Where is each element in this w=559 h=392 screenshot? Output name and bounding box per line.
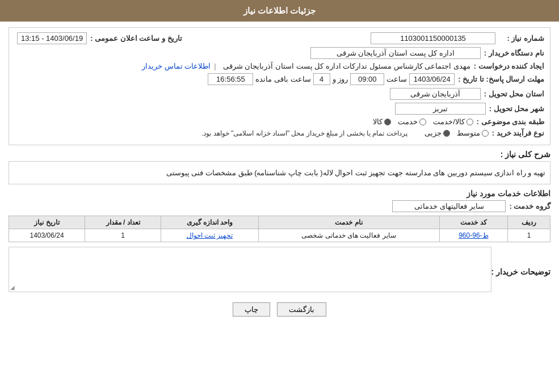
radio-mottavaset-icon bbox=[482, 130, 489, 137]
row-buyer-org: نام دستگاه خریدار : اداره کل پست استان آ… bbox=[15, 47, 544, 59]
announce-label: تاریخ و ساعت اعلان عمومی : bbox=[90, 34, 182, 43]
radio-jozii-icon bbox=[443, 130, 450, 137]
subject-option-kala-khedmat: کالا/خدمت bbox=[433, 117, 473, 126]
subject-kala-label: کالا bbox=[373, 117, 383, 126]
row-description-label: شرح کلی نیاز : bbox=[9, 150, 550, 159]
remaining-time: 16:56:55 bbox=[208, 73, 253, 85]
col-header-name: نام خدمت bbox=[258, 216, 439, 229]
col-header-row: ردیف bbox=[508, 216, 550, 229]
subject-option-kala: کالا bbox=[373, 117, 391, 126]
delivery-province-label: استان محل تحویل : bbox=[484, 90, 544, 98]
buyer-notes-box: ◢ bbox=[9, 247, 491, 292]
purchase-radio-group: متوسط جزیی bbox=[424, 129, 489, 137]
creator-label: ایجاد کننده درخواست : bbox=[474, 62, 544, 70]
table-cell-quantity: 1 bbox=[85, 229, 161, 242]
radio-khedmat-icon bbox=[419, 119, 426, 125]
main-info-block: شماره نیاز : 1103001150000135 تاریخ و سا… bbox=[9, 27, 550, 145]
services-section: اطلاعات خدمات مورد نیاز گروه خدمت : سایر… bbox=[9, 189, 550, 242]
row-purchase-type: نوع فرآیند خرید : متوسط جزیی پرداخت تمام… bbox=[15, 129, 544, 137]
table-cell-date: 1403/06/24 bbox=[9, 229, 85, 242]
back-button[interactable]: بازگشت bbox=[277, 302, 326, 317]
description-box: تهیه و راه اندازی سیستم دوربین های مدارس… bbox=[9, 161, 550, 184]
row-delivery-province: استان محل تحویل : آذربایجان شرقی bbox=[15, 88, 544, 100]
row-response-deadline: مهلت ارسال پاسخ: تا تاریخ : 1403/06/24 س… bbox=[15, 73, 544, 85]
description-label: شرح کلی نیاز : bbox=[501, 150, 550, 159]
bottom-buttons: بازگشت چاپ bbox=[9, 302, 550, 317]
col-header-code: کد خدمت bbox=[439, 216, 508, 229]
delivery-city-value: تبریز bbox=[395, 103, 486, 115]
page-title: جزئیات اطلاعات نیاز bbox=[243, 6, 316, 15]
buyer-notes-label: توضیحات خریدار : bbox=[491, 267, 550, 276]
purchase-jozii-label: جزیی bbox=[424, 129, 442, 137]
page-header: جزئیات اطلاعات نیاز bbox=[0, 0, 559, 22]
response-days: 4 bbox=[313, 73, 330, 85]
purchase-option-jozii: جزیی bbox=[424, 129, 450, 137]
radio-kala-khedmat-icon bbox=[466, 119, 473, 125]
subject-kala-khedmat-label: کالا/خدمت bbox=[433, 117, 465, 126]
purchase-type-label: نوع فرآیند خرید : bbox=[492, 129, 544, 137]
response-time: 09:00 bbox=[350, 73, 384, 85]
radio-kala-icon bbox=[384, 119, 391, 125]
contact-link[interactable]: اطلاعات تماس خریدار bbox=[142, 62, 211, 70]
buyer-org-value: اداره کل پست استان آذربایجان شرقی bbox=[310, 47, 481, 59]
description-value: تهیه و راه اندازی سیستم دوربین های مدارس… bbox=[166, 168, 545, 177]
response-time-label: ساعت bbox=[386, 75, 407, 83]
response-days-label: روز و bbox=[333, 75, 348, 83]
delivery-city-label: شهر محل تحویل : bbox=[489, 104, 544, 113]
services-title: اطلاعات خدمات مورد نیاز bbox=[9, 189, 550, 198]
row-delivery-city: شهر محل تحویل : تبریز bbox=[15, 103, 544, 115]
remaining-label: ساعت باقی مانده bbox=[255, 75, 310, 83]
print-button[interactable]: چاپ bbox=[233, 302, 270, 317]
service-group-value: سایر فعالیتهای خدماتی bbox=[392, 200, 506, 212]
table-cell-code[interactable]: ط-96-960 bbox=[459, 231, 488, 239]
purchase-mottavaset-label: متوسط bbox=[457, 129, 480, 137]
row-need-number: شماره نیاز : 1103001150000135 تاریخ و سا… bbox=[15, 32, 544, 44]
table-header: ردیف کد خدمت نام خدمت واحد اندازه گیری ت… bbox=[9, 216, 550, 229]
resize-icon: ◢ bbox=[10, 284, 15, 290]
row-creator: ایجاد کننده درخواست : مهدی اجتماعی کارشن… bbox=[15, 62, 544, 70]
col-header-qty: تعداد / مقدار bbox=[85, 216, 161, 229]
purchase-option-mottavaset: متوسط bbox=[457, 129, 489, 137]
table-cell-name: سایر فعالیت های خدماتی شخصی bbox=[258, 229, 439, 242]
delivery-province-value: آذربایجان شرقی bbox=[390, 88, 481, 100]
table-cell-row: 1 bbox=[508, 229, 550, 242]
purchase-note: پرداخت تمام یا بخشی از مبلغ خریداز محل "… bbox=[201, 129, 407, 137]
table-body: 1ط-96-960سایر فعالیت های خدماتی شخصیتجهی… bbox=[9, 229, 550, 242]
col-header-unit: واحد اندازه گیری bbox=[161, 216, 259, 229]
buyer-org-label: نام دستگاه خریدار : bbox=[484, 49, 544, 57]
row-buyer-notes-label: توضیحات خریدار : ◢ bbox=[9, 247, 550, 297]
creator-value: مهدی اجتماعی کارشناس مسئول تدارکات اداره… bbox=[223, 62, 470, 70]
response-deadline-label: مهلت ارسال پاسخ: تا تاریخ : bbox=[458, 75, 544, 83]
table-cell-unit[interactable]: تجهیز ثبت احوال bbox=[187, 231, 233, 239]
col-header-date: تاریخ نیاز bbox=[9, 216, 85, 229]
response-date: 1403/06/24 bbox=[409, 73, 455, 85]
subject-khedmat-label: خدمت bbox=[398, 117, 418, 126]
subject-option-khedmat: خدمت bbox=[398, 117, 426, 126]
subject-label: طبقه بندی موضوعی : bbox=[477, 117, 544, 126]
announce-value: 1403/06/19 - 13:15 bbox=[17, 32, 87, 44]
row-subject: طبقه بندی موضوعی : کالا/خدمت خدمت کالا bbox=[15, 117, 544, 126]
service-group-row: گروه خدمت : سایر فعالیتهای خدماتی bbox=[9, 200, 550, 212]
need-number-label: شماره نیاز : bbox=[499, 34, 544, 43]
need-number-value: 1103001150000135 bbox=[371, 32, 495, 44]
subject-radio-group: کالا/خدمت خدمت کالا bbox=[373, 117, 473, 126]
service-group-label: گروه خدمت : bbox=[509, 202, 550, 210]
services-table: ردیف کد خدمت نام خدمت واحد اندازه گیری ت… bbox=[9, 216, 550, 242]
table-row: 1ط-96-960سایر فعالیت های خدماتی شخصیتجهی… bbox=[9, 229, 550, 242]
